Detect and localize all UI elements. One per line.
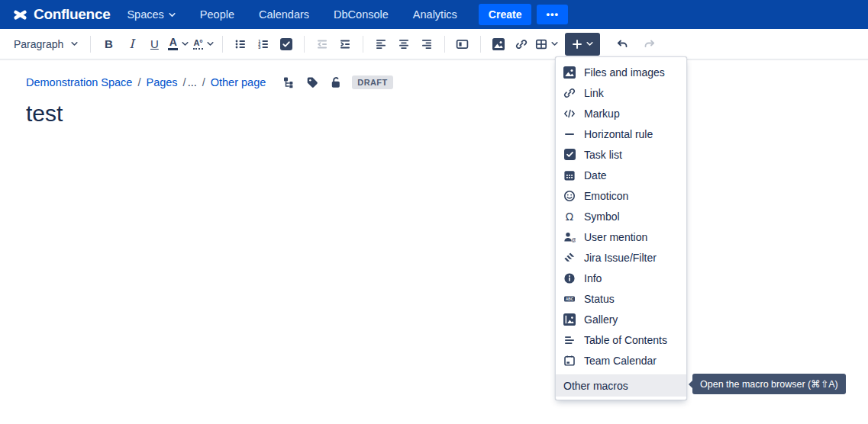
unlock-button[interactable] — [330, 76, 342, 88]
breadcrumb-space-link[interactable]: Demonstration Space — [26, 76, 132, 88]
page-tree-button[interactable] — [282, 76, 295, 88]
nav-item-label: Spaces — [127, 8, 163, 21]
page-layout-button[interactable] — [451, 32, 474, 56]
paragraph-style-dropdown[interactable]: Paragraph — [8, 32, 84, 56]
editor-toolbar: Paragraph B I U A A° 1 2 3 — [0, 29, 868, 59]
menu-item-label: Team Calendar — [584, 355, 657, 367]
page-title[interactable]: test — [26, 101, 63, 127]
chevron-down-icon — [586, 41, 593, 47]
nav-item-dbconsole[interactable]: DbConsole — [334, 8, 389, 21]
numbered-list-button[interactable]: 1 2 3 — [252, 32, 275, 56]
insert-image-icon — [492, 38, 505, 50]
insert-menu-item-emoticon[interactable]: Emoticon — [556, 185, 686, 206]
indent-button[interactable] — [334, 32, 357, 56]
align-right-button[interactable] — [415, 32, 438, 56]
symbol-icon: Ω — [563, 210, 576, 223]
svg-text:ABC: ABC — [566, 297, 574, 301]
nav-item-label: Calendars — [259, 8, 309, 21]
menu-item-label: Info — [584, 272, 602, 284]
info-icon — [563, 272, 576, 284]
undo-icon — [615, 38, 629, 50]
underline-button[interactable]: U — [143, 32, 166, 56]
menu-item-label: Date — [584, 169, 607, 181]
insert-image-button[interactable] — [487, 32, 510, 56]
page-tree-icon — [282, 76, 295, 88]
labels-button[interactable] — [306, 76, 318, 88]
italic-button[interactable]: I — [120, 32, 143, 56]
numbered-list-icon: 1 2 3 — [257, 38, 269, 50]
svg-text:Ω: Ω — [566, 210, 573, 223]
bold-button[interactable]: B — [97, 32, 120, 56]
toolbar-divider — [304, 36, 305, 53]
top-nav: Confluence Spaces People Calendars DbCon… — [0, 0, 868, 29]
table-icon — [535, 38, 547, 50]
create-button[interactable]: Create — [479, 4, 532, 25]
confluence-logo[interactable]: Confluence — [12, 6, 110, 23]
align-right-icon — [421, 38, 433, 50]
insert-menu-item-user-mention[interactable]: @ User mention — [556, 226, 686, 247]
insert-menu-item-table-of-contents[interactable]: Table of Contents — [556, 329, 686, 350]
insert-menu-item-team-calendar[interactable]: Team Calendar — [556, 350, 686, 371]
nav-item-people[interactable]: People — [200, 8, 234, 21]
toolbar-divider — [444, 36, 445, 53]
insert-menu-item-info[interactable]: Info — [556, 268, 686, 288]
more-formatting-dropdown[interactable]: A° — [191, 32, 215, 56]
nav-menu: Spaces People Calendars DbConsole Analyt… — [127, 8, 457, 21]
nav-item-label: Analytics — [413, 8, 457, 21]
menu-item-label: Other macros — [563, 380, 628, 392]
breadcrumb-separator: / — [137, 76, 140, 88]
text-color-dropdown[interactable]: A — [166, 32, 191, 56]
align-center-icon — [398, 38, 410, 50]
insert-link-button[interactable] — [510, 32, 533, 56]
chevron-down-icon — [169, 12, 176, 18]
table-dropdown[interactable] — [533, 32, 560, 56]
outdent-button[interactable] — [311, 32, 334, 56]
nav-more-button[interactable]: ••• — [537, 5, 568, 24]
nav-item-analytics[interactable]: Analytics — [413, 8, 457, 21]
bullet-list-button[interactable] — [229, 32, 252, 56]
align-center-button[interactable] — [392, 32, 415, 56]
chevron-down-icon — [207, 41, 214, 47]
insert-menu-item-markup[interactable]: Markup — [556, 103, 686, 124]
insert-menu-item-date[interactable]: Date — [556, 165, 686, 185]
paragraph-style-label: Paragraph — [14, 38, 63, 50]
undo-button[interactable] — [611, 32, 634, 56]
insert-menu-item-task-list[interactable]: Task list — [556, 144, 686, 165]
date-icon — [563, 169, 576, 181]
chevron-down-icon — [71, 41, 78, 47]
align-left-icon — [375, 38, 387, 50]
insert-menu-item-horizontal-rule[interactable]: Horizontal rule — [556, 124, 686, 144]
status-icon: ABC — [563, 293, 576, 305]
insert-menu: Files and images Link Markup Horizontal … — [555, 56, 687, 400]
table-of-contents-icon — [563, 334, 576, 346]
unlock-icon — [330, 76, 342, 88]
tooltip-text: Open the macro browser (⌘⇧A) — [700, 378, 838, 390]
indent-icon — [339, 38, 351, 50]
nav-item-label: People — [200, 8, 234, 21]
nav-item-spaces[interactable]: Spaces — [127, 8, 175, 21]
nav-item-calendars[interactable]: Calendars — [259, 8, 309, 21]
logo-text: Confluence — [34, 6, 110, 23]
insert-menu-item-other-macros[interactable]: Other macros — [556, 375, 686, 397]
outdent-icon — [316, 38, 328, 50]
toolbar-divider — [480, 36, 481, 53]
insert-menu-item-files-and-images[interactable]: Files and images — [556, 62, 686, 82]
menu-item-label: Task list — [584, 149, 622, 161]
task-list-button[interactable] — [275, 32, 298, 56]
insert-menu-item-jira[interactable]: Jira Issue/Filter — [556, 247, 686, 268]
menu-item-label: Markup — [584, 108, 620, 120]
menu-item-label: Horizontal rule — [584, 128, 653, 140]
insert-menu-item-gallery[interactable]: Gallery — [556, 309, 686, 329]
redo-button[interactable] — [638, 32, 661, 56]
align-left-button[interactable] — [369, 32, 392, 56]
insert-menu-item-symbol[interactable]: Ω Symbol — [556, 206, 686, 226]
insert-menu-item-status[interactable]: ABC Status — [556, 288, 686, 309]
breadcrumb-pages-link[interactable]: Pages — [146, 76, 177, 88]
nav-item-label: DbConsole — [334, 8, 389, 21]
insert-menu-item-link[interactable]: Link — [556, 82, 686, 103]
insert-more-dropdown[interactable] — [565, 33, 600, 56]
user-mention-icon: @ — [563, 231, 576, 243]
breadcrumb-ellipsis[interactable]: ... — [188, 76, 197, 88]
breadcrumb-page-link[interactable]: Other page — [211, 76, 266, 88]
breadcrumb-separator: / — [183, 76, 186, 88]
